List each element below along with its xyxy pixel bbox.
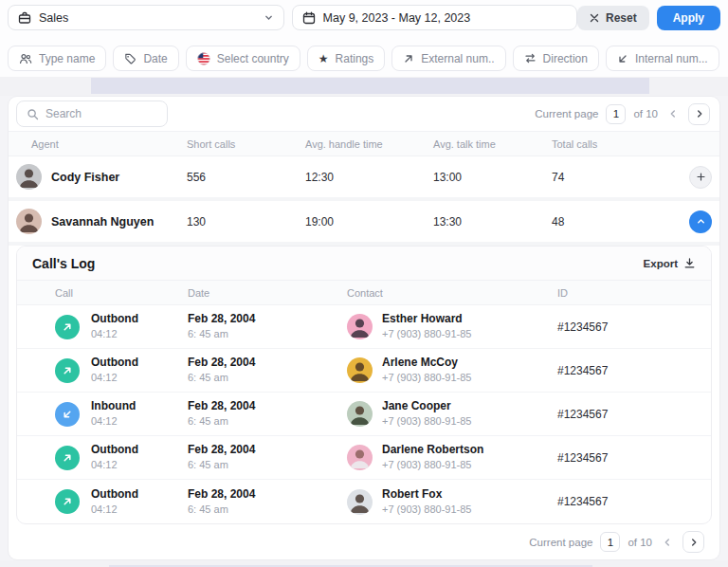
prev-page-button[interactable] [665,108,681,119]
outbound-call-icon [55,446,80,470]
call-id: #1234567 [557,408,696,421]
filter-type-name[interactable]: Type name [8,46,106,71]
star-icon: ★ [318,53,329,64]
call-log-row: Outbond 04:12 Feb 28, 2004 6: 45 am Darl… [17,436,711,480]
filter-external-number[interactable]: External num.. [391,46,505,71]
call-time: 6: 45 am [188,503,347,516]
filter-label: Internal num... [635,52,708,65]
panel-toolbar: Current page 1 of 10 [9,97,719,131]
filter-direction[interactable]: Direction [513,46,599,71]
search-icon [27,108,39,120]
avatar [347,445,373,470]
avatar [16,164,42,190]
agent-short-calls: 556 [187,171,305,184]
current-page-box[interactable]: 1 [600,532,620,552]
column-header-date: Date [188,287,347,299]
call-direction: Outbond [91,487,138,502]
call-id: #1234567 [557,364,696,377]
filter-internal-number[interactable]: Internal num... [606,46,719,71]
agent-total-calls: 48 [552,215,674,229]
arrow-down-left-icon [617,53,628,64]
avatar [347,357,373,383]
agents-panel: Current page 1 of 10 Agent Short calls A… [8,96,720,560]
contact-phone: +7 (903) 880-91-85 [382,415,471,428]
calendar-icon [302,11,316,25]
outbound-call-icon [55,489,80,514]
agent-avg-handle-time: 19:00 [305,215,433,229]
export-label: Export [644,258,678,269]
filter-label: Direction [543,52,588,65]
download-icon [683,257,696,269]
avatar [16,209,42,234]
pagination-bottom-row: Current page 1 of 10 [9,524,719,559]
contact-name: Esther Howard [382,312,471,326]
prev-page-button[interactable] [660,537,675,548]
call-id: #1234567 [557,320,696,334]
apply-button[interactable]: Apply [657,6,720,30]
agent-name: Savannah Nguyen [51,215,154,229]
filter-ratings[interactable]: ★ Ratings [307,46,385,71]
agent-avg-handle-time: 12:30 [305,171,433,184]
expand-row-button[interactable] [689,166,712,189]
call-duration: 04:12 [91,328,138,340]
current-page-box[interactable]: 1 [606,104,626,124]
column-header-call: Call [32,287,188,299]
usa-flag-icon [197,52,210,65]
calls-log-title: Call's Log [32,256,95,271]
call-log-row: Outbond 04:12 Feb 28, 2004 6: 45 am Arle… [17,349,711,393]
agents-table-header: Agent Short calls Avg. handle time Avg. … [9,131,719,156]
background-strip [0,560,728,567]
filter-label: Select country [217,52,289,65]
filter-label: External num.. [421,52,494,65]
avatar [347,314,373,339]
agent-avg-talk-time: 13:30 [433,215,552,229]
calls-log-table-header: Call Date Contact ID [17,281,711,305]
contact-name: Robert Fox [382,487,471,502]
avatar [347,401,373,427]
collapse-row-button[interactable] [689,210,712,233]
contact-name: Jane Cooper [382,399,471,413]
call-duration: 04:12 [91,459,138,471]
people-icon [19,52,32,65]
contact-phone: +7 (903) 880-91-85 [382,503,471,516]
calls-log-panel: Call's Log Export Call Date Contact ID O… [16,246,712,524]
calls-log-header: Call's Log Export [17,247,711,281]
call-direction: Outbond [91,356,138,370]
agent-name: Cody Fisher [51,171,119,184]
agent-row[interactable]: Savannah Nguyen 130 19:00 13:30 48 [9,201,719,242]
toolbar-row-primary: Sales May 9, 2023 - May 12, 2023 Reset A… [8,5,720,30]
search-input[interactable] [46,107,157,120]
pagination-label: Current page [535,108,598,119]
next-page-button[interactable] [682,531,704,553]
agent-total-calls: 74 [552,171,674,184]
search-field[interactable] [16,101,168,127]
column-header-avg-handle-time: Avg. handle time [305,138,433,150]
filter-bar: Type name Date Select country ★ Ratings … [8,46,720,71]
column-header-short-calls: Short calls [187,138,305,150]
next-page-button[interactable] [688,103,710,125]
team-select-value: Sales [39,11,68,25]
filter-country[interactable]: Select country [186,46,300,71]
call-time: 6: 45 am [188,459,347,471]
reset-button[interactable]: Reset [577,6,649,30]
call-time: 6: 45 am [188,415,347,428]
filter-date[interactable]: Date [113,46,178,71]
date-range-input[interactable]: May 9, 2023 - May 12, 2023 [292,5,577,30]
arrow-up-right-icon [403,53,414,64]
call-duration: 04:12 [91,415,136,428]
team-select[interactable]: Sales [8,5,284,30]
filter-label: Ratings [336,52,374,65]
call-date: Feb 28, 2004 [188,487,347,502]
filter-label: Type name [39,52,95,65]
call-log-row: Inbound 04:12 Feb 28, 2004 6: 45 am Jane… [17,393,711,436]
export-button[interactable]: Export [644,257,696,269]
call-date: Feb 28, 2004 [188,443,347,457]
pagination-of: of 10 [633,108,658,119]
call-id: #1234567 [557,495,696,508]
call-date: Feb 28, 2004 [188,312,347,326]
agent-row[interactable]: Cody Fisher 556 12:30 13:00 74 [9,156,719,197]
agent-avg-talk-time: 13:00 [433,171,552,184]
chevron-down-icon [264,12,274,23]
close-icon [590,13,599,23]
call-duration: 04:12 [91,372,138,384]
